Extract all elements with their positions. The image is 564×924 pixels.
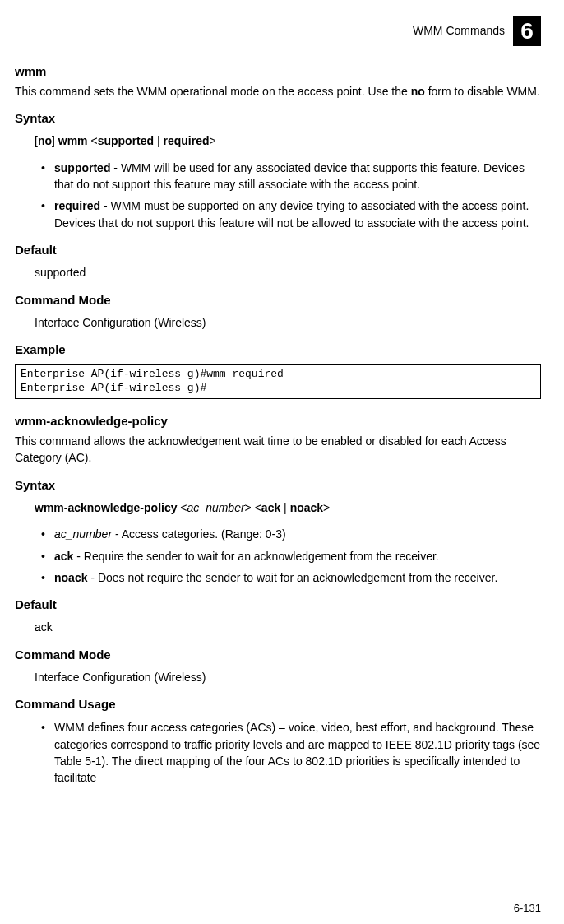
text: | <box>280 501 289 514</box>
default-value: supported <box>35 265 541 281</box>
bullet-text: - WMM must be supported on any device tr… <box>54 199 529 229</box>
command-usage-label: Command Usage <box>15 695 541 713</box>
command-title-wmm: wmm <box>15 63 541 80</box>
text: > <box>210 134 216 147</box>
list-item: WMM defines four access categories (ACs)… <box>41 719 541 786</box>
chapter-number-box: 6 <box>513 16 541 46</box>
bullet-italic: ac_number <box>54 527 112 541</box>
syntax-required: required <box>164 134 210 147</box>
usage-bullets: WMM defines four access categories (ACs)… <box>41 719 541 786</box>
ack-syntax-bullets: ac_number - Access categories. (Range: 0… <box>41 526 541 586</box>
list-item: required - WMM must be supported on any … <box>41 197 541 231</box>
syntax-cmd: wmm-acknowledge-policy <box>35 501 177 514</box>
command-mode-label: Command Mode <box>15 291 541 309</box>
syntax-ack: ack <box>261 501 280 514</box>
page-header: WMM Commands 6 <box>15 16 541 46</box>
list-item: ac_number - Access categories. (Range: 0… <box>41 526 541 542</box>
text: < <box>88 134 98 147</box>
text: form to disable WMM. <box>425 85 540 98</box>
bullet-bold: ack <box>54 550 73 563</box>
text: | <box>154 134 163 147</box>
header-title: WMM Commands <box>413 23 505 39</box>
syntax-acnumber: ac_number <box>187 501 245 514</box>
wmm-syntax-line: [no] wmm <supported | required> <box>35 133 541 150</box>
command-mode-label: Command Mode <box>15 646 541 663</box>
bullet-text: - Does not require the sender to wait fo… <box>87 571 497 584</box>
ack-description: This command allows the acknowledgement … <box>15 433 541 467</box>
text: > <box>323 501 330 514</box>
chapter-number: 6 <box>520 15 534 47</box>
bullet-bold: supported <box>54 161 110 174</box>
syntax-label: Syntax <box>15 109 541 127</box>
text: < <box>177 501 187 514</box>
text-bold-no: no <box>411 85 425 98</box>
text: ] <box>52 134 58 147</box>
ack-syntax-line: wmm-acknowledge-policy <ac_number> <ack … <box>35 500 541 517</box>
default-value: ack <box>35 620 541 636</box>
syntax-wmm: wmm <box>58 134 88 147</box>
default-label: Default <box>15 241 541 258</box>
syntax-supported: supported <box>98 134 154 147</box>
example-code-block: Enterprise AP(if-wireless g)#wmm require… <box>15 364 541 399</box>
bullet-text: - Access categories. (Range: 0-3) <box>112 527 286 541</box>
text: This command sets the WMM operational mo… <box>15 85 411 98</box>
text: > < <box>245 501 261 514</box>
bullet-bold: noack <box>54 571 87 584</box>
default-label: Default <box>15 596 541 613</box>
list-item: ack - Require the sender to wait for an … <box>41 548 541 564</box>
command-mode-value: Interface Configuration (Wireless) <box>35 670 541 686</box>
syntax-label: Syntax <box>15 476 541 494</box>
bullet-text: - Require the sender to wait for an ackn… <box>73 550 438 563</box>
bullet-text: - WMM will be used for any associated de… <box>54 161 525 191</box>
command-title-ack: wmm-acknowledge-policy <box>15 412 541 429</box>
page-number: 6-131 <box>514 901 541 916</box>
list-item: noack - Does not require the sender to w… <box>41 569 541 586</box>
bullet-bold: required <box>54 199 100 212</box>
syntax-no: no <box>38 134 52 147</box>
command-mode-value: Interface Configuration (Wireless) <box>35 315 541 332</box>
syntax-noack: noack <box>290 501 323 514</box>
wmm-syntax-bullets: supported - WMM will be used for any ass… <box>41 160 541 231</box>
example-label: Example <box>15 341 541 358</box>
wmm-description: This command sets the WMM operational mo… <box>15 83 541 100</box>
usage-text: WMM defines four access categories (ACs)… <box>54 721 540 784</box>
list-item: supported - WMM will be used for any ass… <box>41 160 541 193</box>
